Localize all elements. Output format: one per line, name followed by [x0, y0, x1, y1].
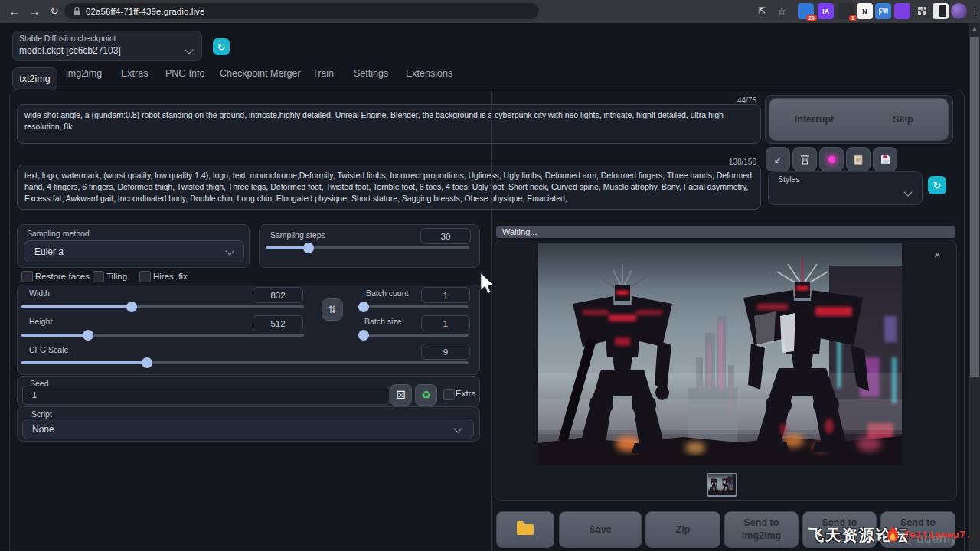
forward-icon[interactable]: →	[26, 2, 43, 19]
slider-knob[interactable]	[142, 357, 152, 368]
generated-image[interactable]	[538, 243, 902, 465]
flame-icon	[884, 525, 901, 543]
sampling-method-value: Euler a	[34, 246, 64, 257]
extensions-puzzle-icon[interactable]	[913, 3, 929, 19]
width-label: Width	[29, 289, 50, 298]
styles-refresh-button[interactable]: ↻	[928, 176, 946, 194]
extension-icon-purple[interactable]	[894, 3, 910, 19]
tab-txt2img[interactable]: txt2img	[12, 67, 57, 90]
image-glyph	[879, 8, 888, 15]
tab-png-info[interactable]: PNG Info	[165, 68, 204, 79]
negative-prompt-text: text, logo, watermark, (worst quality, l…	[24, 171, 752, 203]
width-slider[interactable]	[21, 305, 304, 308]
skip-button[interactable]: Skip	[858, 98, 949, 141]
scrollbar-up-arrow[interactable]: ▲	[972, 26, 978, 32]
tab-checkpoint-merger[interactable]: Checkpoint Merger	[220, 68, 301, 79]
address-bar[interactable]: 02a56ff4-71ff-439e.gradio.live	[64, 3, 539, 19]
width-input[interactable]: 832	[253, 287, 303, 303]
clear-prompt-button[interactable]	[792, 147, 817, 171]
slider-knob[interactable]	[83, 330, 93, 341]
tab-label: Settings	[354, 68, 388, 79]
chevron-down-icon	[185, 45, 193, 54]
script-dropdown[interactable]: None	[22, 419, 474, 439]
recycle-icon: ♻	[421, 389, 431, 401]
extension-icon-blue[interactable]: 20	[798, 3, 814, 19]
profile-avatar[interactable]	[951, 3, 967, 19]
send-to-img2img-button[interactable]: Send to img2img	[724, 511, 799, 548]
batch-size-label: Batch size	[364, 317, 401, 326]
slider-knob[interactable]	[303, 243, 314, 253]
height-value: 512	[270, 319, 285, 328]
slider-fill	[21, 305, 132, 308]
cfg-scale-slider[interactable]	[21, 361, 469, 364]
tab-extensions[interactable]: Extensions	[406, 68, 452, 79]
save-button[interactable]: Save	[559, 511, 642, 548]
tab-extras[interactable]: Extras	[121, 68, 148, 79]
chevron-down-icon	[453, 424, 462, 432]
batch-count-slider[interactable]	[358, 305, 469, 308]
extension-icon-ia[interactable]: IA	[818, 3, 834, 19]
slider-fill	[266, 246, 309, 249]
random-seed-button[interactable]: ⚄	[390, 384, 412, 406]
sampling-steps-input[interactable]: 30	[420, 228, 471, 244]
tiling-checkbox[interactable]	[93, 271, 104, 282]
checkpoint-dropdown[interactable]: Stable Diffusion checkpoint model.ckpt […	[12, 31, 202, 61]
bw-glyph	[939, 5, 946, 17]
batch-size-slider[interactable]	[358, 334, 469, 337]
open-folder-button[interactable]	[496, 511, 554, 548]
extension-icon-camera[interactable]: 1	[838, 3, 854, 19]
height-input[interactable]: 512	[253, 315, 303, 331]
batch-size-input[interactable]: 1	[421, 315, 470, 331]
reload-icon[interactable]: ↻	[46, 2, 63, 19]
paste-generation-params-button[interactable]: ↙	[766, 147, 790, 171]
extension-ia-label: IA	[822, 8, 829, 15]
extension-icon-image[interactable]	[875, 3, 891, 19]
progress-bar: Waiting...	[496, 226, 956, 238]
save-style-button[interactable]	[873, 147, 897, 171]
slider-fill	[21, 361, 147, 364]
extra-seed-checkbox[interactable]	[443, 389, 455, 400]
restore-faces-checkbox[interactable]	[21, 271, 33, 282]
negative-prompt-textarea[interactable]: text, logo, watermark, (worst quality, l…	[17, 165, 761, 210]
styles-dropdown[interactable]	[769, 183, 922, 204]
checkpoint-refresh-button[interactable]: ↻	[213, 38, 230, 55]
send-label: Send to	[744, 517, 779, 530]
hires-fix-checkbox[interactable]	[139, 271, 151, 282]
prompt-textarea[interactable]: wide shot angle, a (gundam:0.8) robot st…	[17, 104, 761, 144]
chevron-down-icon	[903, 187, 912, 196]
scrollbar-thumb[interactable]	[970, 37, 979, 377]
sampling-steps-slider[interactable]	[266, 246, 469, 249]
cfg-scale-input[interactable]: 9	[421, 344, 470, 360]
close-image-button[interactable]: ×	[934, 248, 941, 261]
zip-button[interactable]: Zip	[645, 511, 720, 548]
extension-icon-notion[interactable]: N	[857, 3, 873, 19]
kebab-menu-icon[interactable]: ⋮	[966, 2, 980, 19]
extra-networks-button[interactable]	[819, 147, 844, 171]
seed-input[interactable]: -1	[22, 386, 390, 405]
interrupt-button[interactable]: Interrupt	[769, 98, 860, 141]
reuse-seed-button[interactable]: ♻	[415, 384, 437, 406]
script-block: Script None	[17, 406, 480, 442]
back-icon[interactable]: ←	[6, 2, 23, 19]
slider-knob[interactable]	[126, 302, 137, 312]
styles-block: Styles	[768, 171, 923, 205]
tab-settings[interactable]: Settings	[354, 68, 388, 79]
swap-dimensions-button[interactable]: ⇅	[322, 298, 343, 321]
checkpoint-value: model.ckpt [cc6cb27103]	[19, 45, 121, 56]
bookmark-star-icon[interactable]: ☆	[773, 2, 790, 19]
gallery-thumbnail[interactable]	[707, 473, 737, 497]
sampling-method-dropdown[interactable]: Euler a	[24, 240, 244, 262]
sampling-steps-label: Sampling steps	[270, 230, 325, 240]
refresh-icon: ↻	[933, 180, 942, 191]
apply-styles-button[interactable]	[846, 147, 871, 171]
share-icon[interactable]: ⇱	[753, 2, 770, 19]
prompt-text: wide shot angle, a (gundam:0.8) robot st…	[24, 110, 724, 131]
extension-icon-bw[interactable]	[933, 3, 949, 19]
height-slider[interactable]	[21, 334, 304, 337]
tab-train[interactable]: Train	[312, 68, 334, 79]
tab-img2img[interactable]: img2img	[66, 68, 102, 79]
extension-n-label: N	[862, 8, 867, 15]
batch-count-input[interactable]: 1	[421, 287, 470, 303]
tab-label: Extensions	[406, 68, 452, 79]
height-label: Height	[29, 317, 52, 326]
